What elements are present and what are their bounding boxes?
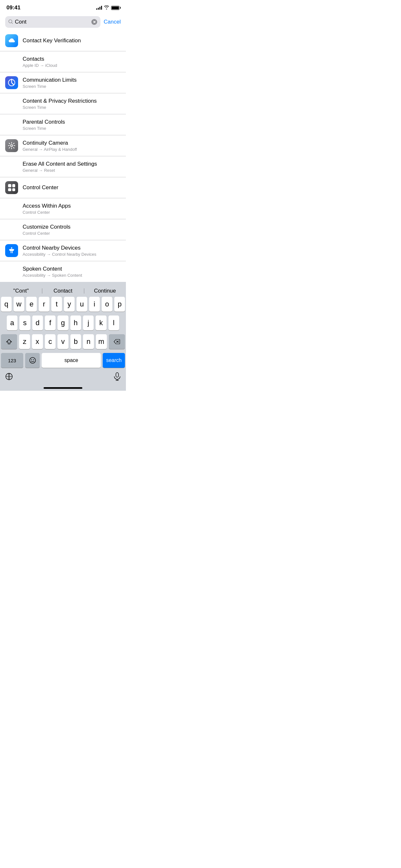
key-f[interactable]: f bbox=[45, 315, 56, 330]
shift-key[interactable] bbox=[1, 334, 17, 349]
result-subtitle: Accessibility → Spoken Content bbox=[23, 273, 121, 278]
svg-point-3 bbox=[11, 145, 12, 147]
emoji-key[interactable] bbox=[25, 353, 40, 368]
key-k[interactable]: k bbox=[96, 315, 106, 330]
results-list: Contact Key Verification Contacts Apple … bbox=[0, 30, 126, 282]
result-subtitle: Screen Time bbox=[23, 126, 121, 131]
key-row-1: q w e r t y u i o p bbox=[1, 297, 125, 312]
keyboard-rows: q w e r t y u i o p a s d f g h j k l bbox=[0, 297, 126, 368]
globe-icon[interactable] bbox=[5, 373, 13, 382]
result-subtitle: Control Center bbox=[23, 210, 121, 215]
list-item[interactable]: Erase All Content and Settings General →… bbox=[0, 156, 126, 177]
accessibility-icon bbox=[5, 244, 18, 257]
search-key[interactable]: search bbox=[103, 353, 125, 368]
key-p[interactable]: p bbox=[114, 297, 125, 312]
key-e[interactable]: e bbox=[26, 297, 37, 312]
key-a[interactable]: a bbox=[7, 315, 18, 330]
space-key[interactable]: space bbox=[42, 353, 101, 368]
key-h[interactable]: h bbox=[70, 315, 81, 330]
key-n[interactable]: n bbox=[83, 334, 94, 349]
list-item[interactable]: Contacts Apple ID → iCloud bbox=[0, 51, 126, 72]
result-title: Contacts bbox=[23, 56, 121, 63]
autocorrect-bar: "Cont" Contact Continue bbox=[0, 285, 126, 297]
key-m[interactable]: m bbox=[96, 334, 107, 349]
status-icons bbox=[96, 5, 120, 10]
result-text: Control Nearby Devices Accessibility → C… bbox=[23, 244, 121, 257]
result-text: Contacts Apple ID → iCloud bbox=[23, 56, 121, 68]
svg-point-9 bbox=[33, 360, 34, 360]
search-icon bbox=[8, 20, 13, 25]
key-t[interactable]: t bbox=[51, 297, 62, 312]
search-input-wrapper[interactable] bbox=[5, 16, 100, 28]
list-item[interactable]: Customize Controls Control Center bbox=[0, 219, 126, 240]
result-title: Erase All Content and Settings bbox=[23, 160, 121, 167]
list-item[interactable]: Parental Controls Screen Time bbox=[0, 114, 126, 135]
cloud-icon bbox=[5, 34, 18, 47]
key-b[interactable]: b bbox=[70, 334, 81, 349]
result-subtitle: Control Center bbox=[23, 231, 121, 236]
svg-rect-11 bbox=[116, 373, 119, 377]
num-key[interactable]: 123 bbox=[1, 353, 23, 368]
key-x[interactable]: x bbox=[32, 334, 43, 349]
list-item[interactable]: Control Center bbox=[0, 177, 126, 198]
key-y[interactable]: y bbox=[64, 297, 74, 312]
result-subtitle: Apple ID → iCloud bbox=[23, 63, 121, 68]
result-text: Access Within Apps Control Center bbox=[23, 203, 121, 215]
key-j[interactable]: j bbox=[83, 315, 94, 330]
result-text: Customize Controls Control Center bbox=[23, 223, 121, 236]
result-title: Control Nearby Devices bbox=[23, 244, 121, 252]
control-center-icon bbox=[5, 181, 18, 194]
result-text: Continuity Camera General → AirPlay & Ha… bbox=[23, 140, 121, 152]
list-item[interactable]: Control Nearby Devices Accessibility → C… bbox=[0, 240, 126, 261]
key-g[interactable]: g bbox=[58, 315, 68, 330]
result-text: Control Center bbox=[23, 184, 121, 191]
key-l[interactable]: l bbox=[109, 315, 119, 330]
bottom-bar bbox=[0, 372, 126, 384]
key-r[interactable]: r bbox=[39, 297, 50, 312]
autocorrect-word-1[interactable]: "Cont" bbox=[0, 288, 42, 294]
list-item[interactable]: Spoken Content Accessibility → Spoken Co… bbox=[0, 261, 126, 282]
result-subtitle: General → AirPlay & Handoff bbox=[23, 147, 121, 152]
key-z[interactable]: z bbox=[19, 334, 30, 349]
result-subtitle: General → Reset bbox=[23, 168, 121, 173]
svg-point-7 bbox=[30, 358, 35, 363]
screen-time-icon bbox=[5, 76, 18, 89]
list-item[interactable]: Contact Key Verification bbox=[0, 30, 126, 51]
key-v[interactable]: v bbox=[58, 334, 68, 349]
key-c[interactable]: c bbox=[45, 334, 56, 349]
key-o[interactable]: o bbox=[102, 297, 112, 312]
key-row-4: 123 space search bbox=[1, 353, 125, 368]
wifi-icon bbox=[104, 5, 109, 10]
home-bar bbox=[43, 387, 82, 389]
autocorrect-word-2[interactable]: Contact bbox=[42, 288, 84, 294]
result-text: Spoken Content Accessibility → Spoken Co… bbox=[23, 266, 121, 278]
key-i[interactable]: i bbox=[89, 297, 100, 312]
result-text: Content & Privacy Restrictions Screen Ti… bbox=[23, 97, 121, 110]
cancel-button[interactable]: Cancel bbox=[104, 19, 121, 25]
autocorrect-word-3[interactable]: Continue bbox=[84, 288, 126, 294]
result-title: Content & Privacy Restrictions bbox=[23, 97, 121, 104]
microphone-icon[interactable] bbox=[114, 372, 121, 383]
battery-icon bbox=[111, 6, 120, 10]
key-u[interactable]: u bbox=[76, 297, 87, 312]
result-subtitle: Screen Time bbox=[23, 84, 121, 89]
delete-key[interactable] bbox=[109, 334, 125, 349]
result-title: Access Within Apps bbox=[23, 203, 121, 210]
key-w[interactable]: w bbox=[13, 297, 24, 312]
search-input[interactable] bbox=[15, 19, 89, 25]
result-text: Contact Key Verification bbox=[23, 37, 121, 44]
key-d[interactable]: d bbox=[32, 315, 43, 330]
gear-icon bbox=[5, 139, 18, 152]
list-item[interactable]: Access Within Apps Control Center bbox=[0, 198, 126, 219]
key-s[interactable]: s bbox=[19, 315, 30, 330]
list-item[interactable]: Communication Limits Screen Time bbox=[0, 72, 126, 93]
home-indicator bbox=[0, 384, 126, 391]
list-item[interactable]: Content & Privacy Restrictions Screen Ti… bbox=[0, 93, 126, 114]
list-item[interactable]: Continuity Camera General → AirPlay & Ha… bbox=[0, 135, 126, 156]
key-q[interactable]: q bbox=[1, 297, 11, 312]
status-bar: 09:41 bbox=[0, 0, 126, 13]
key-row-3: z x c v b n m bbox=[1, 334, 125, 349]
result-title: Parental Controls bbox=[23, 119, 121, 126]
clear-button[interactable] bbox=[91, 19, 97, 25]
status-time: 09:41 bbox=[6, 4, 20, 11]
